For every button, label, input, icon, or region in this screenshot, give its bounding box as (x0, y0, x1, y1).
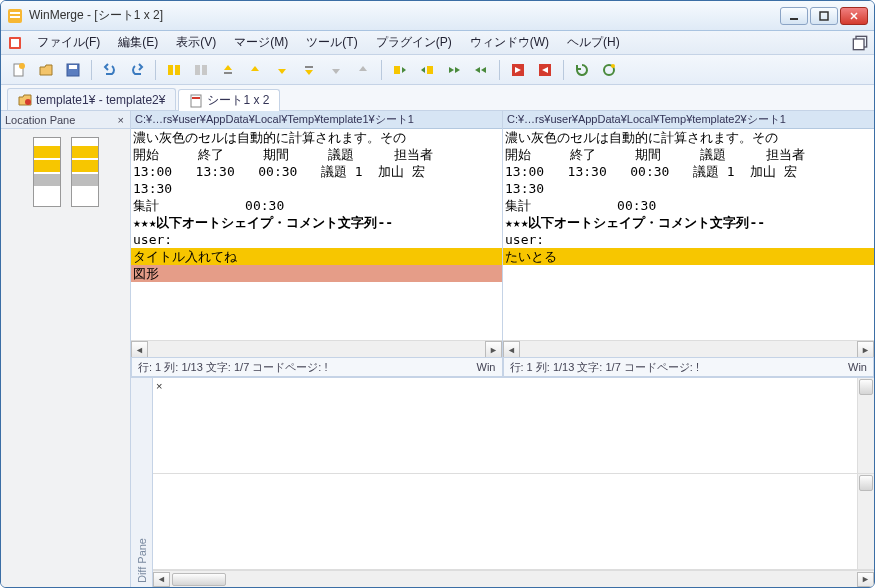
tool-copy-right[interactable] (388, 58, 412, 82)
text-line[interactable]: 開始 終了 期間 議題 担当者 (503, 146, 874, 163)
right-content[interactable]: 濃い灰色のセルは自動的に計算されます。その 開始 終了 期間 議題 担当者 13… (503, 129, 874, 340)
left-hscroll[interactable]: ◄ ► (131, 340, 502, 357)
tool-first-diff[interactable] (216, 58, 240, 82)
tool-prev-diff[interactable] (243, 58, 267, 82)
diff-row-top[interactable]: × (153, 378, 874, 474)
mdi-restore-icon[interactable] (852, 35, 868, 51)
text-line[interactable]: 13:00 13:30 00:30 議題 1 加山 宏 (503, 163, 874, 180)
diff-pane-close[interactable]: × (156, 380, 162, 392)
status-text: 行: 1 列: 1/13 文字: 1/7 コードページ: ! (138, 360, 328, 375)
scroll-right-icon[interactable]: ► (857, 341, 874, 357)
scroll-left-icon[interactable]: ◄ (503, 341, 520, 357)
location-pane-title: Location Pane (5, 114, 75, 126)
tab-folder-compare[interactable]: template1¥ - template2¥ (7, 88, 176, 110)
tool-diff-next[interactable] (162, 58, 186, 82)
text-line[interactable]: 集計 00:30 (503, 197, 874, 214)
diff-pane-gutter: Diff Pane (131, 378, 153, 587)
tab-sheet-compare[interactable]: シート1 x 2 (178, 89, 280, 111)
text-line[interactable]: 13:30 (503, 180, 874, 197)
tool-refresh[interactable] (570, 58, 594, 82)
location-bar-left (33, 137, 61, 207)
text-line[interactable]: 濃い灰色のセルは自動的に計算されます。その (503, 129, 874, 146)
svg-point-23 (25, 99, 31, 105)
tool-save[interactable] (61, 58, 85, 82)
toolbar-separator (381, 60, 382, 80)
diff-line[interactable]: 図形 (131, 265, 502, 282)
location-pane-header: Location Pane × (1, 111, 130, 129)
text-line[interactable]: 濃い灰色のセルは自動的に計算されます。その (131, 129, 502, 146)
diff-line[interactable]: タイトル入れてね (131, 248, 502, 265)
left-content[interactable]: 濃い灰色のセルは自動的に計算されます。その 開始 終了 期間 議題 担当者 13… (131, 129, 502, 340)
diff-pane-label: Diff Pane (134, 534, 150, 587)
diff-row-bottom[interactable] (153, 474, 874, 570)
vscroll[interactable] (857, 378, 874, 473)
vscroll[interactable] (857, 474, 874, 569)
diff-hscroll[interactable]: ◄ ► (153, 570, 874, 587)
encoding-label: Win (477, 361, 496, 373)
text-line[interactable]: 集計 00:30 (131, 197, 502, 214)
close-button[interactable] (840, 7, 868, 25)
toolbar-separator (563, 60, 564, 80)
scroll-right-icon[interactable]: ► (857, 572, 874, 587)
scroll-right-icon[interactable]: ► (485, 341, 502, 357)
scroll-left-icon[interactable]: ◄ (131, 341, 148, 357)
left-path-header[interactable]: C:¥…rs¥user¥AppData¥Local¥Temp¥template1… (131, 111, 502, 129)
tool-refresh-selected[interactable] (597, 58, 621, 82)
menu-help[interactable]: ヘルプ(H) (559, 32, 628, 53)
toolbar-separator (155, 60, 156, 80)
right-path-header[interactable]: C:¥…rs¥user¥AppData¥Local¥Temp¥template2… (503, 111, 874, 129)
encoding-label: Win (848, 361, 867, 373)
menu-merge[interactable]: マージ(M) (226, 32, 296, 53)
minimize-button[interactable] (780, 7, 808, 25)
tool-undo[interactable] (98, 58, 122, 82)
svg-rect-11 (168, 65, 173, 75)
tool-diff-prev[interactable] (189, 58, 213, 82)
tool-copy-right-advance[interactable] (442, 58, 466, 82)
sheet-icon (189, 94, 203, 108)
menu-edit[interactable]: 編集(E) (110, 32, 166, 53)
text-line[interactable]: ★★★以下オートシェイプ・コメント文字列-- (131, 214, 502, 231)
tool-last-diff[interactable] (297, 58, 321, 82)
tool-open[interactable] (34, 58, 58, 82)
window-title: WinMerge - [シート1 x 2] (29, 7, 780, 24)
text-line[interactable]: 13:30 (131, 180, 502, 197)
text-line[interactable]: user: (503, 231, 874, 248)
location-pane-close[interactable]: × (116, 114, 126, 126)
svg-rect-12 (175, 65, 180, 75)
menu-window[interactable]: ウィンドウ(W) (462, 32, 557, 53)
right-pane: C:¥…rs¥user¥AppData¥Local¥Temp¥template2… (503, 111, 874, 357)
app-window: WinMerge - [シート1 x 2] ファイル(F) 編集(E) 表示(V… (0, 0, 875, 588)
diff-line[interactable]: たいとる (503, 248, 874, 265)
scroll-thumb[interactable] (172, 573, 226, 586)
menu-view[interactable]: 表示(V) (168, 32, 224, 53)
text-line[interactable]: user: (131, 231, 502, 248)
menu-file[interactable]: ファイル(F) (29, 32, 108, 53)
titlebar[interactable]: WinMerge - [シート1 x 2] (1, 1, 874, 31)
tab-label: シート1 x 2 (207, 92, 269, 109)
svg-rect-10 (69, 65, 77, 69)
svg-rect-2 (820, 12, 828, 20)
menu-plugins[interactable]: プラグイン(P) (368, 32, 460, 53)
tool-redo[interactable] (125, 58, 149, 82)
maximize-button[interactable] (810, 7, 838, 25)
tool-goto-diff-2[interactable] (351, 58, 375, 82)
tool-copy-left[interactable] (415, 58, 439, 82)
tool-next-diff[interactable] (270, 58, 294, 82)
right-hscroll[interactable]: ◄ ► (503, 340, 874, 357)
tool-all-right[interactable] (506, 58, 530, 82)
diff-pane: Diff Pane × ◄ (131, 377, 874, 587)
doc-icon (7, 35, 23, 51)
scroll-left-icon[interactable]: ◄ (153, 572, 170, 587)
svg-point-22 (611, 64, 615, 68)
tab-label: template1¥ - template2¥ (36, 93, 165, 107)
location-pane-body[interactable] (1, 129, 130, 587)
tool-goto-diff[interactable] (324, 58, 348, 82)
tab-bar: template1¥ - template2¥ シート1 x 2 (1, 85, 874, 111)
text-line[interactable]: 13:00 13:30 00:30 議題 1 加山 宏 (131, 163, 502, 180)
text-line[interactable]: 開始 終了 期間 議題 担当者 (131, 146, 502, 163)
tool-copy-left-advance[interactable] (469, 58, 493, 82)
text-line[interactable]: ★★★以下オートシェイプ・コメント文字列-- (503, 214, 874, 231)
menu-tools[interactable]: ツール(T) (298, 32, 365, 53)
tool-new[interactable] (7, 58, 31, 82)
tool-all-left[interactable] (533, 58, 557, 82)
